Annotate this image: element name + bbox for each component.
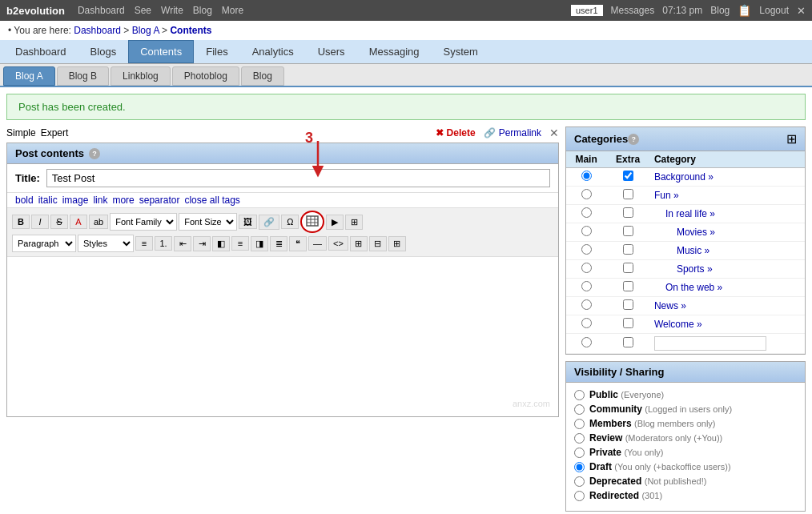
permalink-button[interactable]: 🔗 Permalink	[484, 127, 541, 139]
cat-extra-check-0[interactable]	[623, 171, 633, 181]
cat-main-radio-5[interactable]	[581, 263, 592, 273]
toolbar-special[interactable]: Ω	[281, 215, 299, 229]
cat-extra-check-5[interactable]	[623, 263, 633, 273]
cat-name-label[interactable]: Movies »	[654, 227, 715, 238]
help-icon[interactable]: ?	[89, 148, 100, 159]
ql-link[interactable]: link	[93, 195, 107, 206]
cat-name-label[interactable]: Fun »	[654, 190, 679, 201]
cat-main-radio-9[interactable]	[581, 337, 592, 347]
toolbar-italic[interactable]: I	[31, 215, 49, 229]
cat-main-radio-1[interactable]	[581, 189, 592, 199]
main-nav-messaging[interactable]: Messaging	[357, 40, 432, 63]
cat-extra-check-9[interactable]	[623, 337, 633, 347]
toolbar-code[interactable]: <>	[328, 236, 348, 251]
toolbar-ol[interactable]: 1.	[155, 236, 172, 251]
ql-italic[interactable]: italic	[38, 195, 58, 206]
visibility-radio-deprecated[interactable]	[574, 476, 585, 487]
visibility-radio-community[interactable]	[574, 404, 585, 415]
tab-linkblog[interactable]: Linkblog	[111, 66, 171, 86]
toolbar-table[interactable]	[300, 211, 324, 233]
logout-link[interactable]: Logout	[759, 5, 789, 16]
toolbar-strikethrough[interactable]: S	[50, 215, 68, 229]
main-nav-users[interactable]: Users	[306, 40, 357, 63]
cat-main-radio-7[interactable]	[581, 299, 592, 310]
categories-help-icon[interactable]: ?	[628, 134, 639, 145]
cat-main-radio-8[interactable]	[581, 318, 592, 328]
nav-more[interactable]: More	[222, 5, 243, 16]
breadcrumb-bloga[interactable]: Blog A	[132, 25, 159, 36]
cat-extra-check-3[interactable]	[623, 226, 633, 236]
nav-write[interactable]: Write	[161, 5, 183, 16]
cat-main-radio-4[interactable]	[581, 244, 592, 255]
tab-expert[interactable]: Expert	[41, 127, 69, 139]
cat-name-label[interactable]: Welcome »	[654, 319, 702, 330]
cat-name-label[interactable]: Music »	[654, 245, 709, 256]
main-nav-system[interactable]: System	[432, 40, 490, 63]
visibility-radio-public[interactable]	[574, 390, 585, 400]
visibility-radio-private[interactable]	[574, 448, 585, 458]
toolbar-justify[interactable]: ≣	[270, 236, 287, 251]
nav-see[interactable]: See	[135, 5, 151, 16]
toolbar-blockquote[interactable]: ❝	[289, 236, 307, 251]
tab-bloga[interactable]: Blog A	[3, 66, 55, 86]
toolbar-hr[interactable]: —	[308, 236, 327, 251]
breadcrumb-dashboard[interactable]: Dashboard	[74, 25, 121, 36]
ql-image[interactable]: image	[62, 195, 89, 206]
tab-blog[interactable]: Blog	[241, 66, 284, 86]
toolbar-styles[interactable]: Styles	[78, 235, 134, 252]
cat-extra-check-4[interactable]	[623, 244, 633, 255]
main-nav-dashboard[interactable]: Dashboard	[3, 40, 78, 63]
toolbar-more2[interactable]: ⊟	[369, 236, 387, 251]
toolbar-image[interactable]: 🖼	[239, 215, 257, 229]
close-button[interactable]: ✕	[549, 126, 559, 139]
visibility-radio-review[interactable]	[574, 433, 585, 444]
toolbar-more1[interactable]: ⊞	[350, 236, 368, 251]
ql-more[interactable]: more	[112, 195, 134, 206]
toolbar-indent[interactable]: ⇥	[193, 236, 211, 251]
toolbar-ul[interactable]: ≡	[135, 236, 153, 251]
cat-extra-check-1[interactable]	[623, 189, 633, 199]
cat-name-label[interactable]: On the web »	[654, 282, 722, 293]
cat-main-radio-3[interactable]	[581, 226, 592, 236]
toolbar-outdent[interactable]: ⇤	[174, 236, 191, 251]
main-nav-blogs[interactable]: Blogs	[78, 40, 129, 63]
cat-name-label[interactable]: Sports »	[654, 263, 713, 275]
toolbar-link[interactable]: 🔗	[259, 215, 279, 230]
toolbar-color[interactable]: A	[70, 215, 87, 229]
toolbar-media[interactable]: ▶	[326, 215, 344, 230]
toolbar-align-center[interactable]: ≡	[231, 236, 249, 251]
main-nav-analytics[interactable]: Analytics	[240, 40, 306, 63]
cat-name-label[interactable]: News »	[654, 300, 686, 311]
cat-main-radio-0[interactable]	[581, 171, 592, 181]
main-nav-files[interactable]: Files	[194, 40, 239, 63]
toolbar-paragraph[interactable]: Paragraph	[12, 235, 76, 252]
toolbar-preview[interactable]: ⊞	[345, 215, 363, 230]
cat-name-label[interactable]: In real life »	[654, 208, 715, 219]
ql-bold[interactable]: bold	[15, 195, 34, 206]
toolbar-bold[interactable]: B	[12, 215, 30, 229]
cat-name-label[interactable]: Background »	[654, 171, 714, 183]
toolbar-more3[interactable]: ⊞	[388, 236, 406, 251]
toolbar-font-size[interactable]: Font Size	[179, 213, 237, 231]
messages-link[interactable]: Messages	[611, 5, 655, 16]
toolbar-font-family[interactable]: Font Family	[110, 213, 177, 231]
cat-main-radio-6[interactable]	[581, 281, 592, 291]
toolbar-bgcolor[interactable]: ab	[89, 215, 108, 229]
add-category-input[interactable]	[654, 336, 766, 351]
tab-photoblog[interactable]: Photoblog	[172, 66, 239, 86]
cat-extra-check-8[interactable]	[623, 318, 633, 328]
main-nav-contents[interactable]: Contents	[128, 40, 194, 63]
tab-simple[interactable]: Simple	[6, 127, 36, 139]
ql-separator[interactable]: separator	[139, 195, 180, 206]
cat-extra-check-6[interactable]	[623, 281, 633, 291]
nav-blog[interactable]: Blog	[193, 5, 212, 16]
ql-close-tags[interactable]: close all tags	[184, 195, 239, 206]
title-input[interactable]	[46, 169, 550, 187]
toolbar-align-right[interactable]: ◨	[251, 236, 268, 251]
blog-link[interactable]: Blog	[710, 5, 730, 16]
cat-extra-check-2[interactable]	[623, 207, 633, 218]
categories-expand-icon[interactable]: ⊞	[786, 131, 797, 147]
toolbar-align-left[interactable]: ◧	[212, 236, 230, 251]
delete-button[interactable]: ✖ Delete	[436, 127, 476, 139]
visibility-radio-members[interactable]	[574, 419, 585, 429]
